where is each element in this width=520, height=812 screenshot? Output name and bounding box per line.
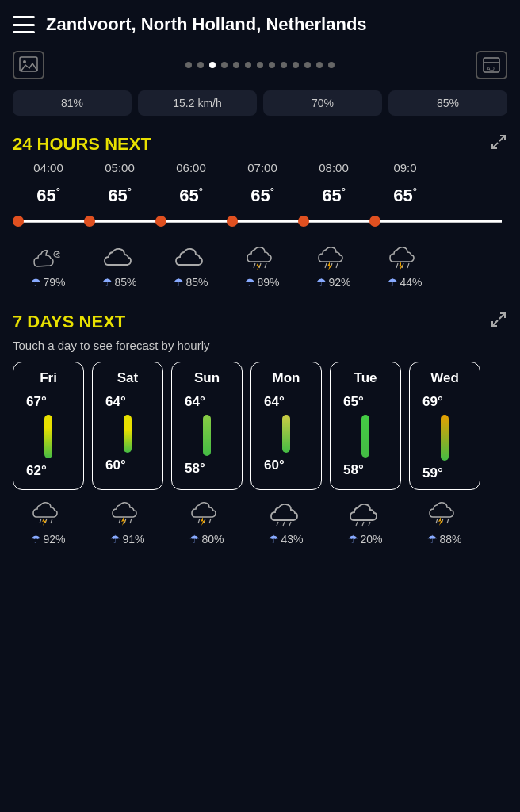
day-card-sun[interactable]: Sun 64° 58° <box>171 362 243 490</box>
precip-item-3: ☂89% <box>227 276 298 289</box>
day-bar-visual-fri <box>44 415 52 458</box>
svg-line-8 <box>254 263 255 268</box>
dot-2[interactable] <box>197 62 204 68</box>
day-precip-mon: ☂43% <box>250 533 322 546</box>
day-precip-sat: ☂91% <box>92 533 163 546</box>
dot-9[interactable] <box>281 62 287 68</box>
temp-dot-3 <box>227 216 238 227</box>
day-precip-fri: ☂92% <box>13 533 84 546</box>
hour-temp-0: 65° <box>36 186 60 206</box>
svg-line-12 <box>325 263 327 268</box>
hour-time-1: 05:00 <box>105 161 135 174</box>
dot-11[interactable] <box>304 62 311 68</box>
hourly-times-row: 04:00 05:00 06:00 07:00 08:00 09:0 <box>0 161 520 182</box>
temp-line <box>13 214 507 228</box>
temp-dot-5 <box>369 216 380 227</box>
dot-7[interactable] <box>257 62 263 68</box>
day-card-mon[interactable]: Mon 64° 60° <box>250 362 322 490</box>
dot-8[interactable] <box>269 62 275 68</box>
dot-12[interactable] <box>316 62 323 68</box>
day-bar-visual-wed <box>441 415 449 461</box>
stat-precip: 85% <box>388 90 507 116</box>
temp-dot-2 <box>155 216 166 227</box>
day-low-wed: 59° <box>422 465 443 481</box>
day-card-fri[interactable]: Fri 67° 62° <box>13 362 84 490</box>
hour-item-2: 06:00 <box>155 161 227 182</box>
hour-time-3: 07:00 <box>247 161 277 174</box>
dot-1[interactable] <box>185 62 192 68</box>
day-icon-tue <box>330 500 401 528</box>
day-card-tue[interactable]: Tue 65° 58° <box>330 362 401 490</box>
day-cloud-rain-tue <box>348 500 383 528</box>
dot-6[interactable] <box>245 62 251 68</box>
weather-icon-item-5 <box>369 244 441 273</box>
cloud-icon-2 <box>174 244 208 273</box>
day-icon-sun <box>171 500 243 528</box>
dot-3[interactable] <box>209 62 216 68</box>
dot-5[interactable] <box>233 62 239 68</box>
hour-item-0: 04:00 <box>13 161 84 182</box>
dot-13[interactable] <box>328 62 335 68</box>
seven-days-expand-icon[interactable] <box>490 311 507 332</box>
hourly-title: 24 HOURS NEXT <box>13 134 151 155</box>
day-card-sat[interactable]: Sat 64° 60° <box>92 362 163 490</box>
precip-item-0: ☂79% <box>13 276 84 289</box>
day-icon-mon <box>250 500 322 528</box>
ad-icon[interactable]: AD <box>476 51 507 79</box>
day-high-sat: 64° <box>105 394 126 410</box>
cloud-icon-1 <box>102 244 137 273</box>
hour-time-0: 04:00 <box>33 161 63 174</box>
day-bar-tue <box>361 415 369 458</box>
image-icon[interactable] <box>13 51 44 79</box>
hourly-icons-row <box>0 244 520 273</box>
cloud-thunder-icon-3 <box>245 244 280 273</box>
stat-humidity: 81% <box>13 90 132 116</box>
hour-temp-item-5: 65° <box>369 186 441 213</box>
hour-item-3: 07:00 <box>227 161 298 182</box>
svg-line-7 <box>492 143 498 148</box>
svg-line-30 <box>198 519 200 523</box>
day-cloud-thunder-wed <box>427 500 462 528</box>
cloud-moon-icon <box>31 244 66 273</box>
hour-item-1: 05:00 <box>84 161 155 182</box>
svg-point-1 <box>23 60 26 63</box>
hour-time-5: 09:0 <box>393 161 416 174</box>
svg-line-36 <box>289 522 291 526</box>
day-cloud-mon <box>269 500 304 528</box>
day-weather-icons-row <box>0 490 520 533</box>
day-icon-sat <box>92 500 163 528</box>
cloud-thunder-icon-4 <box>316 244 351 273</box>
cloud-thunder-icon-5 <box>388 244 422 273</box>
hour-temp-item-0: 65° <box>13 186 84 213</box>
dot-4[interactable] <box>221 62 228 68</box>
day-card-wed[interactable]: Wed 69° 59° <box>409 362 480 490</box>
svg-line-26 <box>119 519 120 523</box>
days-scroll: Fri 67° 62° Sat 64° 60° Sun 64° 58° <box>0 362 520 490</box>
weather-icon-item-2 <box>155 244 227 273</box>
temp-dot-4 <box>298 216 309 227</box>
seven-days-section: 7 DAYS NEXT Touch a day to see forecast … <box>0 295 520 558</box>
seven-days-subtitle: Touch a day to see forecast by hourly <box>0 339 520 362</box>
day-name-fri: Fri <box>40 370 57 386</box>
dot-10[interactable] <box>292 62 299 68</box>
day-bar-visual-sat <box>124 415 132 453</box>
day-icon-fri <box>13 500 84 528</box>
hour-temp-1: 65° <box>108 186 132 206</box>
hourly-precip-row: ☂79% ☂85% ☂85% ☂89% ☂92% ☂44% <box>0 276 520 289</box>
day-low-fri: 62° <box>26 463 47 479</box>
svg-line-35 <box>283 522 285 526</box>
hour-temp-2: 65° <box>179 186 203 206</box>
day-bar-visual-sun <box>203 415 211 456</box>
hour-time-4: 08:00 <box>319 161 349 174</box>
banner-area: AD <box>0 44 520 86</box>
precip-item-1: ☂85% <box>84 276 155 289</box>
weather-icon-item-3 <box>227 244 298 273</box>
menu-button[interactable] <box>13 16 35 33</box>
hour-temp-item-3: 65° <box>227 186 298 213</box>
day-high-fri: 67° <box>26 394 47 410</box>
day-high-tue: 65° <box>343 394 364 410</box>
svg-line-21 <box>492 320 498 326</box>
hourly-expand-icon[interactable] <box>490 133 507 155</box>
svg-line-37 <box>356 522 358 526</box>
day-cloud-thunder-fri <box>31 500 66 528</box>
